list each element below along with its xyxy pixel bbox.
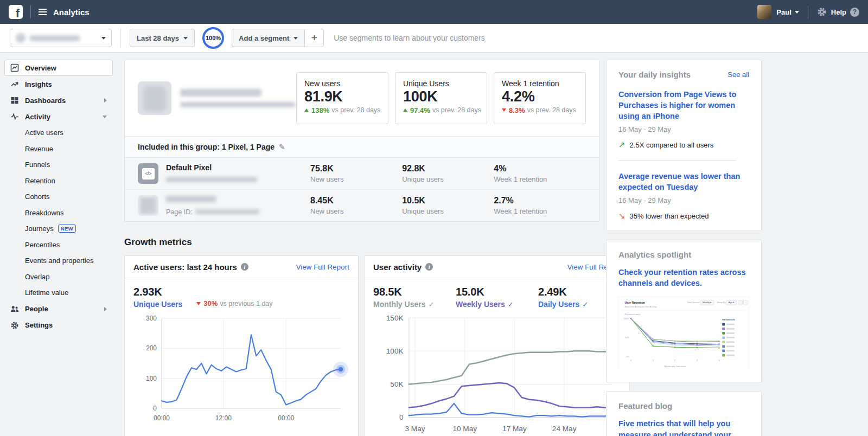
settings-gear-icon (10, 321, 19, 330)
chevron-right-icon (104, 307, 107, 311)
insight-link[interactable]: Conversion from Page Views to Purchases … (618, 89, 749, 121)
svg-text:17 May: 17 May (502, 425, 527, 433)
sidebar-item-breakdowns[interactable]: Breakdowns (4, 205, 113, 221)
analytics-spotlight-card: Analytics spotlight Check your retention… (606, 240, 762, 382)
info-icon[interactable]: i (241, 263, 248, 271)
metric-week1-retention: 2.7%Week 1 retention (494, 196, 585, 215)
metric-new-users: 75.8KNew users (310, 164, 402, 183)
delta-new-users: 138%vs prev. 28 days (304, 106, 380, 114)
monthly-users-toggle[interactable]: Monthly Users✓ (373, 300, 456, 309)
view-full-report-link[interactable]: View Full Report (296, 263, 349, 271)
date-range-dropdown[interactable]: Last 28 days (130, 29, 195, 47)
svg-text:New User Activity to User Acti: New User Activity to User Activity (624, 305, 656, 308)
sidebar-item-settings[interactable]: Settings (4, 317, 113, 334)
add-segment-dropdown[interactable]: Add a segment (232, 29, 305, 47)
spotlight-title: Analytics spotlight (618, 250, 691, 259)
group-membership-note: Included in this group: 1 Pixel, 1 Page … (125, 136, 599, 157)
user-activity-card: User activity i View Full Report 98.5K M… (364, 255, 630, 436)
sidebar-item-overview[interactable]: Overview (4, 60, 113, 76)
weekly-users-toggle[interactable]: Weekly Users✓ (456, 300, 538, 309)
chevron-down-icon (103, 116, 107, 118)
sidebar-item-retention[interactable]: Retention (4, 173, 113, 189)
people-icon (10, 305, 19, 313)
blog-post-link[interactable]: Five metrics that will help you measure … (618, 418, 749, 436)
sidebar-item-funnels[interactable]: Funnels (4, 157, 113, 173)
retention-report-thumbnail[interactable]: User RetentionNew User Activity to User … (618, 297, 749, 370)
svg-text:10 May: 10 May (452, 425, 477, 433)
overview-icon (10, 63, 19, 72)
sidebar-item-events-and-properties[interactable]: Events and properties (4, 253, 113, 269)
svg-text:00:00: 00:00 (154, 414, 170, 422)
hamburger-menu-icon[interactable] (39, 9, 47, 15)
user-avatar[interactable] (757, 5, 771, 19)
insight-item: Conversion from Page Views to Purchases … (618, 89, 749, 150)
see-all-link[interactable]: See all (727, 70, 749, 79)
page-id-label: Page ID: (166, 208, 193, 216)
entity-row-pixel[interactable]: </> Default Pixel 75.8KNew users 92.8KUn… (125, 157, 599, 189)
user-activity-line-chart[interactable]: 050K100K150K3 May10 May17 May24 May (373, 313, 621, 436)
redacted-group-avatar (138, 81, 171, 115)
sidebar-item-overlap[interactable]: Overlap (4, 269, 113, 285)
unique-users-label: Unique Users (133, 300, 182, 309)
entity-selector-dropdown[interactable] (10, 29, 112, 47)
info-icon[interactable]: i (425, 263, 433, 271)
nav-divider (30, 5, 31, 18)
svg-text:0: 0 (399, 413, 404, 421)
sidebar-item-revenue[interactable]: Revenue (4, 141, 113, 157)
svg-text:00:00: 00:00 (278, 414, 294, 422)
help-question-icon[interactable]: ? (850, 8, 859, 17)
daily-insights-title: Your daily insights (618, 70, 691, 79)
stat-card-new-users: New users 81.9K 138%vs prev. 28 days (296, 72, 388, 124)
up-triangle-icon (403, 108, 407, 112)
group-overview-card: New users 81.9K 138%vs prev. 28 days Uni… (124, 60, 599, 222)
user-name[interactable]: Paul (776, 8, 791, 16)
insight-stat: ↗2.5X compared to all users (618, 140, 749, 150)
new-badge: NEW (58, 225, 76, 233)
help-label[interactable]: Help (831, 8, 846, 16)
spotlight-link[interactable]: Check your retention rates across channe… (618, 267, 749, 289)
chevron-down-icon (101, 37, 106, 40)
insight-dates: 16 May - 29 May (618, 125, 749, 133)
insight-dates: 16 May - 29 May (618, 196, 749, 204)
svg-text:50K: 50K (390, 380, 403, 388)
metric-week1-retention: 4%Week 1 retention (494, 164, 585, 183)
svg-text:0%: 0% (626, 355, 629, 358)
sidebar-item-dashboards[interactable]: Dashboards (4, 92, 113, 108)
sidebar-item-cohorts[interactable]: Cohorts (4, 189, 113, 205)
settings-gear-icon[interactable] (817, 7, 827, 17)
sidebar-item-journeys[interactable]: Journeys NEW (4, 221, 113, 237)
nav-divider (808, 5, 808, 18)
up-triangle-icon (304, 108, 309, 112)
svg-text:12:00: 12:00 (215, 414, 232, 422)
monthly-users-stat: 98.5K Monthly Users✓ (373, 286, 456, 309)
sidebar-item-percentiles[interactable]: Percentiles (4, 237, 113, 253)
insight-link[interactable]: Average revenue was lower than expected … (618, 171, 749, 193)
edit-pencil-icon[interactable]: ✎ (279, 143, 285, 151)
sidebar-item-lifetime-value[interactable]: Lifetime value (4, 285, 113, 301)
user-menu-caret-icon[interactable] (795, 11, 799, 14)
svg-text:100: 100 (146, 375, 157, 382)
stat-card-unique-users: Unique Users 100K 97.4%vs prev. 28 days (395, 72, 487, 124)
facebook-logo[interactable]: f (9, 5, 23, 19)
entity-name[interactable]: Default Pixel (166, 163, 310, 172)
insight-divider (618, 160, 736, 161)
svg-text:Time Interval:: Time Interval: (687, 301, 700, 304)
sidebar-item-active-users[interactable]: Active users (4, 125, 113, 141)
sidebar-item-activity[interactable]: Activity (4, 108, 113, 125)
sample-rate-badge[interactable]: 100% (202, 27, 224, 49)
sidebar-item-people[interactable]: People (4, 301, 113, 317)
add-segment-plus-button[interactable]: + (304, 29, 324, 47)
redacted-page-name (166, 196, 216, 202)
svg-text:100K: 100K (386, 347, 404, 355)
active-users-line-chart[interactable]: 010020030000:0012:0000:00 (133, 313, 349, 428)
entity-row-page[interactable]: Page ID: 8.45KNew users 10.5KUnique user… (125, 189, 599, 221)
sidebar-item-insights[interactable]: Insights (4, 76, 113, 92)
insight-item: Average revenue was lower than expected … (618, 171, 749, 221)
redacted-entity-name (30, 35, 80, 41)
svg-text:150K: 150K (386, 314, 404, 322)
segment-hint-text: Use segments to learn about your custome… (334, 34, 485, 42)
svg-text:Age ▾: Age ▾ (729, 301, 734, 304)
chevron-down-icon (183, 37, 188, 40)
top-navbar: f Analytics Paul Help ? (0, 0, 868, 24)
down-triangle-icon (502, 108, 506, 112)
